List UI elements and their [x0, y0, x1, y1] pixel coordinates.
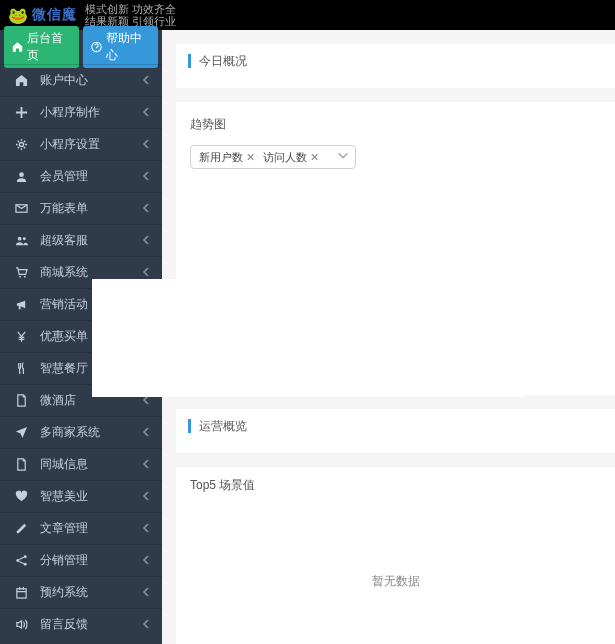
plus-icon	[14, 106, 28, 120]
nav-item-label: 万能表单	[40, 200, 142, 217]
chevron-left-icon	[142, 554, 150, 568]
tab-help-label: 帮助中心	[106, 30, 150, 64]
top5-scene-panel: Top5 场景值 暂无数据	[176, 467, 615, 644]
tab-home-label: 后台首页	[27, 30, 71, 64]
nav-item-label: 账户中心	[40, 72, 142, 89]
nav-item-label: 小程序设置	[40, 136, 142, 153]
chevron-left-icon	[142, 522, 150, 536]
today-overview-title: 今日概况	[188, 54, 603, 68]
nav-item-heart[interactable]: 智慧美业	[0, 480, 162, 512]
envelope-icon	[14, 202, 28, 216]
nav-item-gear[interactable]: 小程序设置	[0, 128, 162, 160]
nav-item-volume[interactable]: 留言反馈	[0, 608, 162, 640]
trend-metric-select[interactable]: 新用户数 ✕ 访问人数 ✕	[190, 145, 356, 169]
nav-item-label: 留言反馈	[40, 616, 142, 633]
top5-scene-empty: 暂无数据	[190, 506, 601, 644]
nav-item-pencil[interactable]: 文章管理	[0, 512, 162, 544]
utensils-icon	[14, 362, 28, 376]
nav-item-label: 超级客服	[40, 232, 142, 249]
tab-help[interactable]: 帮助中心	[83, 26, 158, 68]
chevron-left-icon	[142, 490, 150, 504]
nav-item-label: 同城信息	[40, 456, 142, 473]
bullhorn-icon	[14, 298, 28, 312]
nav-item-label: 文章管理	[40, 520, 142, 537]
yen-icon	[14, 330, 28, 344]
nav-item-plane[interactable]: 多商家系统	[0, 416, 162, 448]
top5-scene-title: Top5 场景值	[190, 477, 601, 494]
home-icon	[14, 74, 28, 88]
chevron-left-icon	[142, 234, 150, 248]
chevron-left-icon	[142, 74, 150, 88]
chevron-left-icon	[142, 106, 150, 120]
cart-icon	[14, 266, 28, 280]
slogan: 模式创新 功效齐全 结果新颖 引领行业	[85, 3, 176, 27]
tag-remove-icon[interactable]: ✕	[310, 151, 319, 164]
nav-item-user[interactable]: 会员管理	[0, 160, 162, 192]
chevron-left-icon	[142, 586, 150, 600]
nav-item-envelope[interactable]: 万能表单	[0, 192, 162, 224]
sidebar-tabs: 后台首页 帮助中心	[0, 30, 162, 64]
gear-icon	[14, 138, 28, 152]
empty-text: 暂无数据	[372, 573, 420, 590]
overlay-blank	[92, 279, 524, 397]
logo-text: 微信魔	[32, 6, 77, 24]
trend-chart-title: 趋势图	[190, 116, 601, 133]
tab-home[interactable]: 后台首页	[4, 26, 79, 68]
file-icon	[14, 458, 28, 472]
chevron-left-icon	[142, 426, 150, 440]
file-icon	[14, 394, 28, 408]
nav-item-calendar[interactable]: 预约系统	[0, 576, 162, 608]
nav-item-label: 小程序制作	[40, 104, 142, 121]
group-icon	[14, 234, 28, 248]
plane-icon	[14, 426, 28, 440]
heart-icon	[14, 490, 28, 504]
ops-overview-title: 运营概览	[188, 419, 603, 433]
chevron-left-icon	[142, 458, 150, 472]
chevron-left-icon	[142, 618, 150, 632]
nav-item-label: 多商家系统	[40, 424, 142, 441]
chevron-left-icon	[142, 202, 150, 216]
logo-icon: 🐸	[8, 6, 28, 25]
nav-item-label: 会员管理	[40, 168, 142, 185]
user-icon	[14, 170, 28, 184]
ops-overview-panel: 运营概览	[176, 409, 615, 453]
tag-label: 新用户数	[199, 150, 243, 165]
tag-new-users: 新用户数 ✕	[197, 149, 257, 166]
tag-label: 访问人数	[263, 150, 307, 165]
nav-item-file[interactable]: 同城信息	[0, 448, 162, 480]
today-overview-panel: 今日概况	[176, 44, 615, 88]
pencil-icon	[14, 522, 28, 536]
nav-item-group[interactable]: 超级客服	[0, 224, 162, 256]
chevron-down-icon	[337, 150, 349, 164]
chevron-left-icon	[142, 170, 150, 184]
nav-item-label: 分销管理	[40, 552, 142, 569]
slogan-line-1: 模式创新 功效齐全	[85, 3, 176, 15]
calendar-icon	[14, 586, 28, 600]
tag-remove-icon[interactable]: ✕	[246, 151, 255, 164]
nav-item-plus[interactable]: 小程序制作	[0, 96, 162, 128]
nav-item-label: 智慧美业	[40, 488, 142, 505]
tag-visitors: 访问人数 ✕	[261, 149, 321, 166]
volume-icon	[14, 618, 28, 632]
share-icon	[14, 554, 28, 568]
nav-item-home[interactable]: 账户中心	[0, 64, 162, 96]
logo: 🐸 微信魔	[8, 6, 77, 25]
chevron-left-icon	[142, 138, 150, 152]
nav-item-label: 预约系统	[40, 584, 142, 601]
nav-item-share[interactable]: 分销管理	[0, 544, 162, 576]
chevron-left-icon	[142, 266, 150, 280]
